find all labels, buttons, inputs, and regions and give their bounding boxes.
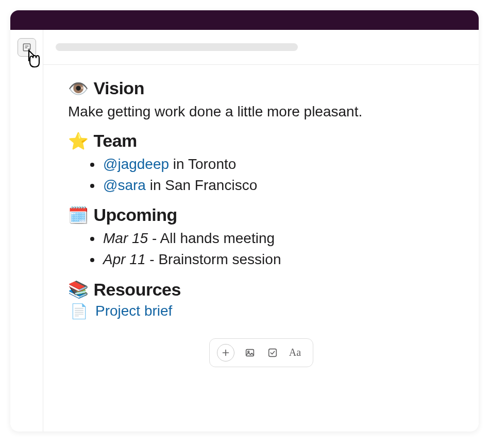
mention-link[interactable]: @sara [103, 177, 146, 193]
vision-title: Vision [94, 78, 144, 98]
calendar-icon: 🗓️ [68, 207, 89, 223]
format-label: Aa [289, 347, 301, 358]
note-icon [22, 42, 32, 53]
canvas-window: 👁️ Vision Make getting work done a littl… [10, 10, 479, 432]
upcoming-heading: 🗓️ Upcoming [68, 205, 454, 225]
team-list: @jagdeep in Toronto @sara in San Francis… [68, 154, 454, 196]
window-titlebar [10, 10, 479, 30]
svg-rect-6 [268, 349, 276, 356]
resources-title: Resources [94, 280, 181, 300]
star-icon: ⭐ [68, 133, 89, 149]
member-location: in Toronto [169, 156, 236, 172]
books-icon: 📚 [68, 281, 89, 298]
team-heading: ⭐ Team [68, 131, 454, 151]
upcoming-list: Mar 15 - All hands meeting Apr 11 - Brai… [68, 228, 454, 270]
list-item: @jagdeep in Toronto [102, 154, 454, 175]
event-sep: - [146, 251, 159, 267]
text-format-button[interactable]: Aa [285, 343, 306, 363]
vision-heading: 👁️ Vision [68, 78, 454, 98]
title-placeholder[interactable] [56, 43, 298, 51]
main-area: 👁️ Vision Make getting work done a littl… [43, 30, 479, 432]
eye-icon: 👁️ [68, 80, 89, 97]
checkbox-icon [267, 347, 278, 358]
list-item: Apr 11 - Brainstorm session [102, 249, 454, 270]
mention-link[interactable]: @jagdeep [103, 156, 169, 172]
event-date: Mar 15 [103, 230, 148, 246]
canvas-header [43, 30, 479, 65]
floating-toolbar: Aa [209, 338, 313, 367]
resource-item: 📄 Project brief [68, 303, 454, 320]
event-sep: - [148, 230, 160, 246]
event-date: Apr 11 [103, 251, 146, 267]
svg-point-5 [247, 351, 249, 352]
insert-checklist-button[interactable] [262, 343, 283, 363]
image-icon [244, 347, 256, 358]
insert-image-button[interactable] [240, 343, 260, 363]
vision-text: Make getting work done a little more ple… [68, 101, 454, 122]
member-location: in San Francisco [146, 177, 257, 193]
team-title: Team [94, 131, 137, 151]
svg-rect-4 [246, 349, 254, 356]
document-icon: 📄 [70, 303, 88, 320]
event-desc: Brainstorm session [158, 251, 281, 267]
add-block-button[interactable] [217, 344, 234, 361]
resources-heading: 📚 Resources [68, 280, 454, 300]
event-desc: All hands meeting [160, 230, 275, 246]
resource-link[interactable]: Project brief [95, 303, 172, 319]
canvas-content[interactable]: 👁️ Vision Make getting work done a littl… [43, 65, 479, 382]
plus-icon [220, 347, 231, 358]
upcoming-title: Upcoming [94, 205, 177, 225]
canvas-button[interactable] [18, 38, 36, 57]
list-item: Mar 15 - All hands meeting [102, 228, 454, 249]
window-body: 👁️ Vision Make getting work done a littl… [10, 30, 479, 432]
list-item: @sara in San Francisco [102, 175, 454, 196]
sidebar [10, 30, 43, 432]
